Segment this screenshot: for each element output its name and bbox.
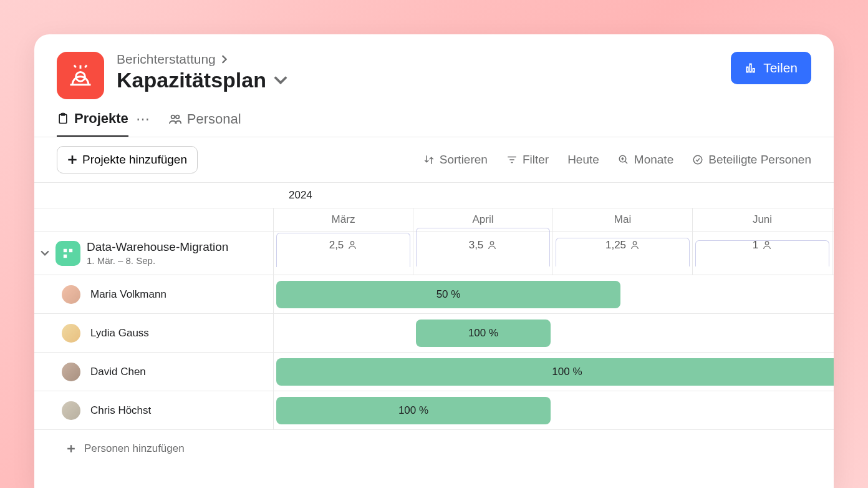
allocation-cell[interactable]: 3,5 [413, 232, 553, 275]
person-row: Lydia Gauss 100 % [34, 314, 834, 353]
add-person-button[interactable]: Personen hinzufügen [34, 430, 834, 467]
chevron-down-icon[interactable] [274, 74, 287, 87]
svg-point-9 [693, 155, 702, 164]
project-dates: 1. Mär. – 8. Sep. [87, 255, 228, 266]
tabs: Projekte ⋯ Personal [34, 99, 834, 137]
sort-button[interactable]: Sortieren [423, 153, 488, 167]
add-projects-button[interactable]: Projekte hinzufügen [57, 146, 198, 173]
svg-rect-12 [64, 254, 67, 257]
allocation-cell[interactable]: 1 [693, 232, 832, 275]
filter-icon [506, 154, 518, 165]
allocation-bar[interactable]: 100 % [416, 320, 551, 347]
svg-rect-3 [753, 69, 755, 72]
avatar [62, 401, 80, 420]
month-header: Mai [553, 208, 693, 231]
person-name[interactable]: Lydia Gauss [90, 327, 149, 339]
person-name[interactable]: Maria Volkmann [90, 288, 166, 301]
allocation-cell[interactable]: 1,25 [553, 232, 693, 275]
app-window: Berichterstattung Kapazitätsplan Teilen … [34, 34, 834, 488]
breadcrumb-text: Berichterstattung [117, 52, 216, 67]
avatar [62, 363, 80, 381]
people-icon [168, 112, 182, 126]
svg-rect-2 [750, 64, 751, 72]
clipboard-icon [57, 112, 69, 125]
plus-icon [67, 444, 75, 453]
add-person-label: Personen hinzufügen [84, 442, 185, 455]
person-name[interactable]: David Chen [90, 366, 146, 378]
person-row: David Chen 100 % [34, 353, 834, 391]
project-thumbnail [55, 241, 80, 266]
svg-rect-11 [69, 248, 72, 251]
person-row: Maria Volkmann 50 % [34, 275, 834, 314]
involved-people-button[interactable]: Beteiligte Personen [692, 153, 811, 167]
month-header: März [274, 208, 413, 231]
chevron-right-icon [221, 55, 227, 64]
month-header: Juni [693, 208, 832, 231]
share-label: Teilen [763, 61, 798, 76]
share-icon [745, 62, 757, 74]
svg-rect-10 [64, 248, 67, 251]
project-summary-row: Data-Warehouse-Migration 1. Mär. – 8. Se… [34, 232, 834, 275]
sort-icon [423, 154, 435, 165]
avatar [62, 324, 80, 343]
svg-rect-1 [746, 67, 748, 72]
months-button[interactable]: Monate [618, 153, 673, 167]
more-menu[interactable]: ⋯ [136, 111, 151, 136]
plus-icon [67, 155, 77, 165]
project-name[interactable]: Data-Warehouse-Migration [87, 240, 228, 254]
check-circle-icon [692, 154, 703, 165]
breadcrumb[interactable]: Berichterstattung [117, 52, 287, 67]
workspace-icon [57, 52, 104, 99]
tab-personal-label: Personal [187, 111, 241, 127]
person-row: Chris Höchst 100 % [34, 391, 834, 430]
toolbar: Projekte hinzufügen Sortieren Filter Heu… [34, 137, 834, 183]
tab-projects[interactable]: Projekte [57, 110, 128, 137]
person-name[interactable]: Chris Höchst [90, 404, 151, 417]
add-projects-label: Projekte hinzufügen [82, 153, 187, 167]
allocation-bar[interactable]: 100 % [276, 358, 834, 386]
share-button[interactable]: Teilen [731, 52, 811, 84]
avatar [62, 285, 80, 304]
today-button[interactable]: Heute [567, 153, 599, 167]
filter-button[interactable]: Filter [506, 153, 549, 167]
zoom-icon [618, 154, 629, 165]
tab-personal[interactable]: Personal [168, 110, 241, 137]
expand-toggle[interactable] [41, 249, 49, 258]
page-title: Kapazitätsplan [117, 68, 266, 92]
allocation-cell[interactable]: 2,5 [274, 232, 413, 275]
timeline-grid: 2024 März April Mai Juni Data-Warehouse-… [34, 183, 834, 488]
svg-point-7 [176, 115, 180, 119]
allocation-bar[interactable]: 100 % [276, 397, 551, 424]
allocation-bar[interactable]: 50 % [276, 281, 620, 308]
svg-point-6 [171, 115, 175, 119]
tab-projects-label: Projekte [74, 110, 128, 127]
year-label: 2024 [34, 183, 834, 208]
header: Berichterstattung Kapazitätsplan Teilen [34, 34, 834, 99]
